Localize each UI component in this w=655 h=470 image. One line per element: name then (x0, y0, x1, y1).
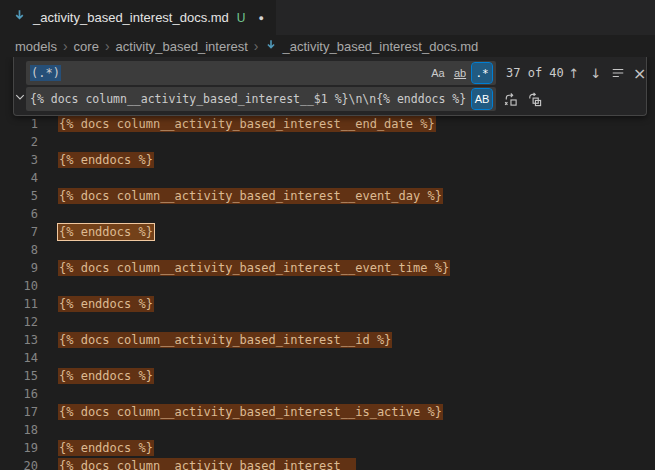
line-number: 7 (0, 223, 38, 241)
line-number: 19 (0, 439, 38, 457)
unsaved-changes-dot[interactable]: ● (259, 13, 264, 23)
chevron-right-icon: › (254, 38, 259, 54)
next-match-button[interactable]: ↓ (586, 63, 606, 83)
chevron-right-icon: › (105, 38, 110, 54)
line-text: {% docs column__activity_based_interest_… (38, 457, 356, 470)
replace-button[interactable] (500, 89, 520, 109)
editor-line[interactable]: 16 (0, 385, 655, 403)
current-find-match: {% enddocs %} (58, 224, 154, 240)
editor-line[interactable]: 18 (0, 421, 655, 439)
line-text (38, 169, 58, 187)
find-match: {% docs column__activity_based_interest_… (58, 458, 356, 470)
line-number: 4 (0, 169, 38, 187)
find-match: {% docs column__activity_based_interest_… (58, 188, 443, 204)
find-query-text: (.*) (30, 65, 61, 81)
breadcrumb-item-file[interactable]: _activity_based_interest_docs.md (264, 38, 478, 55)
line-number: 5 (0, 187, 38, 205)
line-text (38, 421, 58, 439)
find-in-selection-button[interactable] (608, 63, 628, 83)
find-match: {% docs column__activity_based_interest_… (58, 404, 443, 420)
line-text (38, 241, 58, 259)
line-number: 3 (0, 151, 38, 169)
editor-line[interactable]: 8 (0, 241, 655, 259)
line-number: 16 (0, 385, 38, 403)
editor[interactable]: (.*) Aa ab .* 37 of 40 ↑ ↓ (0, 57, 655, 470)
line-text: {% enddocs %} (38, 223, 154, 241)
line-number: 1 (0, 115, 38, 133)
editor-line[interactable]: 3{% enddocs %} (0, 151, 655, 169)
find-replace-widget: (.*) Aa ab .* 37 of 40 ↑ ↓ (13, 57, 647, 116)
line-number: 9 (0, 259, 38, 277)
toggle-replace-button[interactable] (14, 57, 26, 115)
line-number: 15 (0, 367, 38, 385)
editor-line[interactable]: 17{% docs column__activity_based_interes… (0, 403, 655, 421)
editor-line[interactable]: 11{% enddocs %} (0, 295, 655, 313)
line-text: {% enddocs %} (38, 439, 154, 457)
editor-line[interactable]: 6 (0, 205, 655, 223)
find-match: {% enddocs %} (58, 368, 154, 384)
breadcrumb-item-core[interactable]: core (74, 39, 99, 54)
replace-input[interactable]: {% docs column__activity_based_interest_… (26, 87, 496, 111)
line-text (38, 277, 58, 295)
breadcrumb: models › core › activity_based_interest … (0, 35, 655, 57)
find-match: {% enddocs %} (58, 440, 154, 456)
markdown-file-icon (264, 38, 278, 55)
tab-filename: _activity_based_interest_docs.md (33, 10, 229, 25)
editor-line[interactable]: 13{% docs column__activity_based_interes… (0, 331, 655, 349)
find-match: {% docs column__activity_based_interest_… (58, 332, 392, 348)
line-text: {% docs column__activity_based_interest_… (38, 331, 392, 349)
line-text (38, 313, 58, 331)
line-number: 2 (0, 133, 38, 151)
line-text: {% enddocs %} (38, 151, 154, 169)
editor-line[interactable]: 15{% enddocs %} (0, 367, 655, 385)
whole-word-button[interactable]: ab (450, 63, 470, 83)
editor-line[interactable]: 9{% docs column__activity_based_interest… (0, 259, 655, 277)
arrow-down-icon: ↓ (590, 66, 601, 81)
line-number: 12 (0, 313, 38, 331)
line-number: 20 (0, 457, 38, 470)
editor-line[interactable]: 5{% docs column__activity_based_interest… (0, 187, 655, 205)
line-text (38, 385, 58, 403)
tab-bar: _activity_based_interest_docs.md U ● (0, 0, 655, 35)
editor-line[interactable]: 7{% enddocs %} (0, 223, 655, 241)
git-status-badge: U (237, 11, 246, 25)
match-case-button[interactable]: Aa (428, 63, 448, 83)
line-text: {% docs column__activity_based_interest_… (38, 115, 436, 133)
find-row: (.*) Aa ab .* 37 of 40 ↑ ↓ (26, 61, 650, 85)
editor-line[interactable]: 19{% enddocs %} (0, 439, 655, 457)
breadcrumb-item-models[interactable]: models (15, 39, 57, 54)
breadcrumb-item-activity-based-interest[interactable]: activity_based_interest (116, 39, 248, 54)
vscode-window: _activity_based_interest_docs.md U ● mod… (0, 0, 655, 470)
editor-line[interactable]: 20{% docs column__activity_based_interes… (0, 457, 655, 470)
editor-line[interactable]: 4 (0, 169, 655, 187)
close-button[interactable]: × (630, 63, 650, 83)
find-match: {% docs column__activity_based_interest_… (58, 116, 436, 132)
replace-all-button[interactable] (524, 89, 544, 109)
markdown-file-icon (12, 8, 27, 27)
editor-line[interactable]: 14 (0, 349, 655, 367)
editor-line[interactable]: 12 (0, 313, 655, 331)
editor-line[interactable]: 2 (0, 133, 655, 151)
editor-tab[interactable]: _activity_based_interest_docs.md U ● (0, 0, 276, 35)
find-match: {% enddocs %} (58, 152, 154, 168)
line-number: 8 (0, 241, 38, 259)
find-results-count: 37 of 40 (506, 66, 564, 80)
find-match: {% docs column__activity_based_interest_… (58, 260, 450, 276)
chevron-right-icon: › (63, 38, 68, 54)
line-number: 6 (0, 205, 38, 223)
line-text (38, 133, 58, 151)
editor-line[interactable]: 10 (0, 277, 655, 295)
regex-button[interactable]: .* (472, 63, 492, 83)
preserve-case-button[interactable]: AB (472, 89, 492, 109)
find-match: {% enddocs %} (58, 296, 154, 312)
find-input[interactable]: (.*) Aa ab .* (26, 61, 496, 85)
previous-match-button[interactable]: ↑ (564, 63, 584, 83)
line-number: 14 (0, 349, 38, 367)
replace-icon (503, 92, 518, 107)
line-number: 18 (0, 421, 38, 439)
arrow-up-icon: ↑ (568, 66, 579, 81)
line-text: {% docs column__activity_based_interest_… (38, 259, 450, 277)
editor-lines: 1{% docs column__activity_based_interest… (0, 57, 655, 470)
editor-line[interactable]: 1{% docs column__activity_based_interest… (0, 115, 655, 133)
line-text (38, 205, 58, 223)
